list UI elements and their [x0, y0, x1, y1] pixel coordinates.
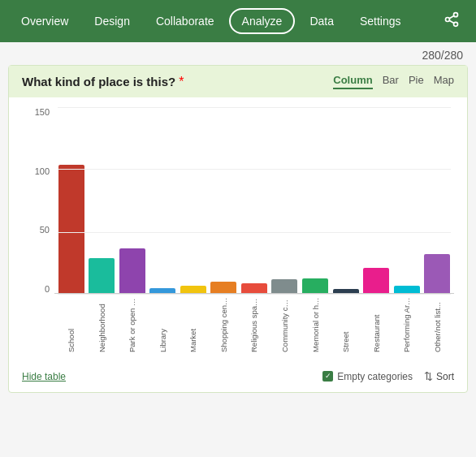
bar-6[interactable]	[241, 283, 267, 293]
x-label-12: Other/not list...	[433, 297, 442, 352]
x-label-col-7: Community cent...	[271, 297, 299, 352]
bar-9[interactable]	[333, 289, 359, 293]
bar-11[interactable]	[394, 286, 420, 293]
gridline-0	[58, 294, 451, 295]
bar-10[interactable]	[363, 268, 389, 293]
card-header: What kind of place is this? * Column Bar…	[9, 66, 467, 97]
x-label-col-12: Other/not list...	[423, 297, 451, 352]
bar-2[interactable]	[119, 248, 145, 293]
bar-col-3	[149, 288, 177, 293]
y-axis: 150 100 50 0	[22, 107, 54, 294]
bar-col-12	[423, 254, 451, 293]
x-axis: SchoolNeighborhoodPark or open s...Libra…	[54, 297, 454, 352]
bar-4[interactable]	[180, 286, 206, 293]
empty-categories-label: Empty categories	[337, 371, 413, 382]
bar-8[interactable]	[302, 278, 328, 293]
tab-map[interactable]: Map	[434, 74, 454, 89]
bar-12[interactable]	[424, 254, 450, 293]
chart-area: 150 100 50 0 SchoolNeighborhoodPark or o…	[22, 107, 454, 359]
x-label-7: Community cent...	[280, 297, 289, 352]
x-label-8: Memorial or hi...	[311, 297, 320, 352]
card-footer: Hide table ✓ Empty categories ⇅ Sort	[22, 365, 454, 382]
tab-bar[interactable]: Bar	[383, 74, 399, 89]
y-label-0: 0	[45, 284, 50, 294]
x-label-col-4: Market	[180, 297, 207, 352]
sort-label: Sort	[436, 371, 454, 382]
x-label-11: Performing Art...	[402, 297, 411, 352]
x-label-col-8: Memorial or hi...	[301, 297, 329, 352]
bar-col-2	[119, 248, 146, 293]
x-label-2: Park or open s...	[128, 297, 136, 352]
bar-col-6	[240, 283, 268, 293]
tab-pie[interactable]: Pie	[409, 74, 424, 89]
x-label-3: Library	[158, 297, 167, 352]
bar-col-7	[271, 279, 299, 293]
question-title: What kind of place is this?	[22, 75, 175, 88]
bar-col-4	[180, 286, 207, 293]
bar-col-9	[332, 289, 360, 293]
bar-0[interactable]	[58, 165, 84, 293]
tab-column[interactable]: Column	[333, 74, 372, 89]
x-label-col-2: Park or open s...	[119, 297, 146, 352]
x-label-10: Restaurant	[372, 297, 381, 352]
bar-col-8	[301, 278, 329, 293]
svg-line-4	[449, 15, 454, 18]
empty-categories-checkbox: ✓	[322, 371, 333, 382]
y-label-100: 100	[35, 166, 50, 176]
bar-3[interactable]	[149, 288, 175, 293]
bar-5[interactable]	[210, 282, 236, 293]
y-label-50: 50	[40, 225, 50, 235]
bar-col-0	[58, 165, 85, 293]
sort-button[interactable]: ⇅ Sort	[424, 370, 454, 382]
bars-container	[54, 107, 454, 294]
y-label-150: 150	[35, 107, 50, 117]
x-label-col-5: Shopping cente...	[210, 297, 238, 352]
sort-icon: ⇅	[424, 370, 433, 382]
bar-7[interactable]	[271, 279, 297, 293]
top-navigation: Overview Design Collaborate Analyze Data…	[0, 0, 476, 42]
x-label-col-9: Street	[332, 297, 360, 352]
x-label-col-11: Performing Art...	[393, 297, 421, 352]
nav-item-collaborate[interactable]: Collaborate	[145, 10, 226, 32]
x-label-col-10: Restaurant	[362, 297, 390, 352]
empty-categories-toggle[interactable]: ✓ Empty categories	[322, 371, 413, 382]
chart-card: What kind of place is this? * Column Bar…	[8, 65, 468, 393]
x-label-col-3: Library	[149, 297, 177, 352]
bar-col-5	[210, 282, 238, 293]
x-label-col-0: School	[58, 297, 85, 352]
nav-item-analyze[interactable]: Analyze	[229, 8, 296, 34]
x-label-col-1: Neighborhood	[89, 297, 116, 352]
nav-item-settings[interactable]: Settings	[348, 10, 413, 32]
bar-col-11	[393, 286, 421, 293]
x-label-0: School	[67, 297, 76, 352]
nav-item-data[interactable]: Data	[298, 10, 345, 32]
x-label-5: Shopping cente...	[219, 297, 228, 352]
footer-right: ✓ Empty categories ⇅ Sort	[322, 370, 454, 382]
x-label-1: Neighborhood	[97, 297, 106, 352]
response-counter: 280/280	[0, 42, 476, 65]
bar-col-1	[89, 258, 116, 293]
required-indicator: *	[179, 75, 184, 89]
x-label-6: Religious spac...	[249, 297, 258, 352]
hide-table-link[interactable]: Hide table	[22, 371, 66, 382]
svg-line-3	[449, 20, 454, 23]
x-label-9: Street	[341, 297, 350, 352]
x-label-4: Market	[188, 297, 197, 352]
nav-item-overview[interactable]: Overview	[10, 10, 80, 32]
x-label-col-6: Religious spac...	[240, 297, 268, 352]
bar-col-10	[362, 268, 390, 293]
nav-item-design[interactable]: Design	[83, 10, 141, 32]
bar-1[interactable]	[89, 258, 115, 293]
share-icon[interactable]	[437, 8, 466, 35]
chart-type-tabs: Column Bar Pie Map	[333, 74, 454, 89]
